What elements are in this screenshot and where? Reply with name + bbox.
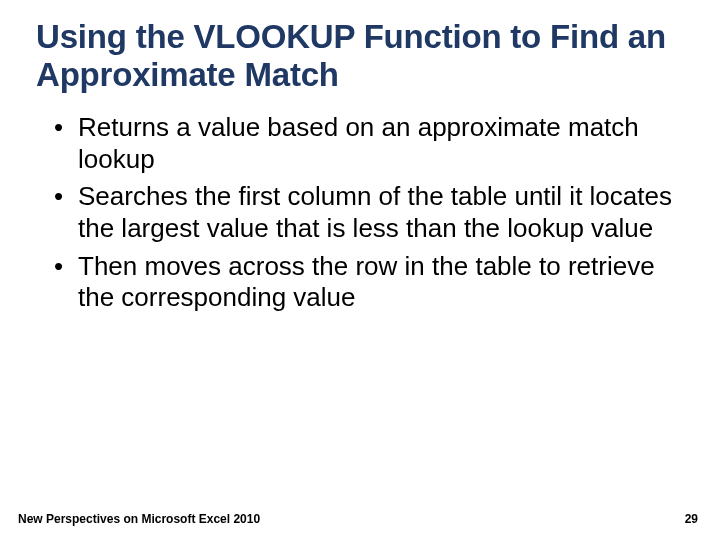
bullet-item: Then moves across the row in the table t… (54, 251, 684, 314)
page-number: 29 (685, 512, 698, 526)
slide-container: Using the VLOOKUP Function to Find an Ap… (0, 0, 720, 540)
bullet-list: Returns a value based on an approximate … (36, 112, 684, 314)
slide-title: Using the VLOOKUP Function to Find an Ap… (36, 18, 684, 94)
bullet-item: Returns a value based on an approximate … (54, 112, 684, 175)
bullet-item: Searches the first column of the table u… (54, 181, 684, 244)
slide-footer: New Perspectives on Microsoft Excel 2010… (0, 512, 720, 526)
footer-text: New Perspectives on Microsoft Excel 2010 (18, 512, 260, 526)
